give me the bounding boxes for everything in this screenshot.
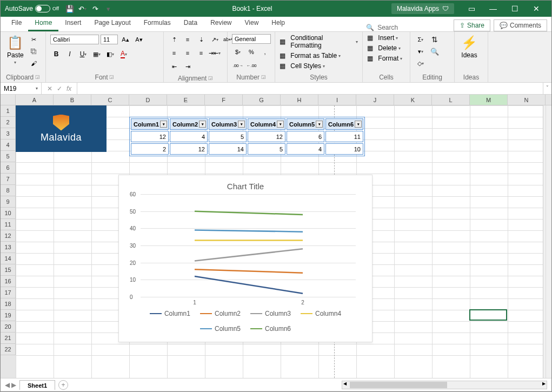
row-header[interactable]: 4 <box>1 139 16 151</box>
sheet-prev-icon[interactable]: ◀ <box>5 381 10 389</box>
row-header[interactable]: 15 <box>1 264 16 276</box>
name-box[interactable]: M19▾ <box>1 83 42 94</box>
delete-cells-button[interactable]: ▦ Delete▾ <box>367 44 402 52</box>
column-header[interactable]: I <box>318 95 356 105</box>
align-left-icon[interactable]: ≡ <box>168 48 180 58</box>
legend-item[interactable]: Column3 <box>250 310 291 317</box>
row-header[interactable]: 6 <box>1 162 16 174</box>
chart-legend[interactable]: Column1Column2Column3Column4Column5Colum… <box>130 310 361 333</box>
legend-item[interactable]: Column6 <box>250 325 291 333</box>
row-header[interactable]: 12 <box>1 230 16 242</box>
column-header[interactable]: D <box>129 95 167 105</box>
row-header[interactable]: 22 <box>1 344 16 355</box>
select-all-corner[interactable] <box>1 95 16 105</box>
row-header[interactable]: 2 <box>1 117 16 128</box>
share-button[interactable]: ⇪Share <box>454 19 490 31</box>
chart-plot-area[interactable]: 010203040506012 <box>141 194 356 297</box>
column-header[interactable]: H <box>281 95 318 105</box>
tab-view[interactable]: View <box>238 17 265 31</box>
orientation-icon[interactable]: ↗▾ <box>209 34 221 45</box>
row-header[interactable]: 3 <box>1 128 16 139</box>
increase-font-icon[interactable]: A▴ <box>119 34 131 45</box>
row-header[interactable]: 17 <box>1 287 16 298</box>
column-header[interactable]: A <box>16 95 54 105</box>
table-header[interactable]: Column3▾ <box>209 118 247 130</box>
table-header[interactable]: Column1▾ <box>131 118 169 130</box>
row-header[interactable]: 20 <box>1 321 16 333</box>
table-row[interactable]: 124512611 <box>131 131 363 142</box>
worksheet-grid[interactable]: ABCDEFGHIJKLMN 1234567891011121314151617… <box>1 95 551 378</box>
align-center-icon[interactable]: ≡ <box>182 48 194 58</box>
row-header[interactable]: 9 <box>1 196 16 208</box>
font-color-icon[interactable]: A▾ <box>118 49 130 59</box>
table-header[interactable]: Column5▾ <box>287 118 324 130</box>
filter-icon[interactable]: ▾ <box>316 121 323 128</box>
close-icon[interactable]: ✕ <box>526 1 547 17</box>
comma-icon[interactable]: , <box>259 46 271 57</box>
font-name-input[interactable] <box>50 35 99 44</box>
column-header[interactable]: L <box>432 95 470 105</box>
table-header[interactable]: Column4▾ <box>248 118 285 130</box>
column-header[interactable]: E <box>167 95 205 105</box>
tab-insert[interactable]: Insert <box>58 17 88 31</box>
undo-icon[interactable]: ↶▾ <box>78 4 87 13</box>
bold-icon[interactable]: B <box>50 49 62 59</box>
increase-decimal-icon[interactable]: .00→ <box>232 60 244 71</box>
legend-item[interactable]: Column2 <box>200 310 241 317</box>
align-top-icon[interactable]: ⇡ <box>168 34 180 45</box>
minimize-icon[interactable]: — <box>482 1 504 17</box>
row-header[interactable]: 21 <box>1 333 16 344</box>
decrease-decimal-icon[interactable]: ←.00 <box>245 60 257 71</box>
cell-styles-button[interactable]: ▦ Cell Styles▾ <box>280 62 358 70</box>
column-header[interactable]: B <box>54 95 91 105</box>
legend-item[interactable]: Column5 <box>200 325 241 333</box>
row-header[interactable]: 13 <box>1 242 16 253</box>
legend-item[interactable]: Column1 <box>150 310 190 317</box>
insert-cells-button[interactable]: ▦ Insert▾ <box>367 34 402 42</box>
fill-icon[interactable]: ▾▾ <box>415 46 427 57</box>
percent-icon[interactable]: % <box>245 46 257 57</box>
column-header[interactable]: F <box>205 95 243 105</box>
filter-icon[interactable]: ▾ <box>277 121 284 128</box>
decrease-font-icon[interactable]: A▾ <box>133 34 145 45</box>
vertical-scrollbar[interactable] <box>543 105 551 378</box>
chart-object[interactable]: Chart Title 010203040506012 Column1Colum… <box>118 175 373 342</box>
filter-icon[interactable]: ▾ <box>160 121 167 128</box>
legend-item[interactable]: Column4 <box>301 310 341 317</box>
formula-bar[interactable] <box>77 83 543 94</box>
align-right-icon[interactable]: ≡ <box>195 48 207 58</box>
column-header[interactable]: G <box>243 95 281 105</box>
align-middle-icon[interactable]: ≡ <box>182 34 194 45</box>
fx-icon[interactable]: fx <box>66 85 71 92</box>
table-row[interactable]: 212145410 <box>131 143 363 155</box>
autosave-toggle[interactable]: AutoSave Off <box>5 5 59 12</box>
chart-title[interactable]: Chart Title <box>130 182 361 191</box>
qat-more-icon[interactable]: ▾ <box>104 4 113 13</box>
row-header[interactable]: 18 <box>1 298 16 310</box>
border-icon[interactable]: ▦▾ <box>91 49 103 59</box>
row-header[interactable]: 19 <box>1 310 16 321</box>
fill-color-icon[interactable]: ◧▾ <box>104 49 116 59</box>
ideas-button[interactable]: ⚡Ideas <box>459 34 480 60</box>
merge-icon[interactable]: ⇥⇤▾ <box>209 48 221 58</box>
decrease-indent-icon[interactable]: ⇤ <box>168 61 180 72</box>
underline-icon[interactable]: U▾ <box>77 49 89 59</box>
row-header[interactable]: 16 <box>1 276 16 287</box>
tab-formulas[interactable]: Formulas <box>137 17 177 31</box>
column-header[interactable]: K <box>394 95 432 105</box>
column-header[interactable]: J <box>356 95 394 105</box>
redo-icon[interactable]: ↷ <box>91 4 100 13</box>
launcher-icon[interactable]: ◲ <box>261 74 266 79</box>
italic-icon[interactable]: I <box>64 49 76 59</box>
launcher-icon[interactable]: ◲ <box>35 74 40 79</box>
row-header[interactable]: 5 <box>1 151 16 162</box>
paste-button[interactable]: 📋Paste▾ <box>5 34 26 66</box>
sheet-tab[interactable]: Sheet1 <box>19 380 55 390</box>
row-header[interactable]: 14 <box>1 253 16 264</box>
tab-data[interactable]: Data <box>177 17 204 31</box>
launcher-icon[interactable]: ◲ <box>208 75 213 81</box>
tab-review[interactable]: Review <box>204 17 238 31</box>
table-header[interactable]: Column2▾ <box>170 118 208 130</box>
currency-icon[interactable]: $▾ <box>232 46 244 57</box>
format-as-table-button[interactable]: ▦ Format as Table▾ <box>280 52 358 59</box>
